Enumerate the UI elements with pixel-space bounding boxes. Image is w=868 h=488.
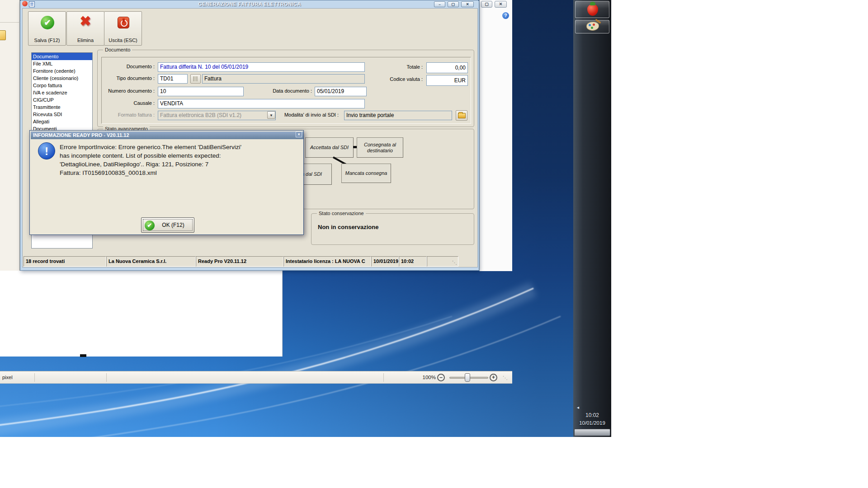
screen: ▢ ✕ ? pixel 100% – + ⋱ GENERAZIONE FATTU… [0, 0, 611, 437]
zoom-slider-thumb[interactable] [465, 373, 470, 382]
zoom-level: 100% [415, 375, 436, 380]
close-button[interactable]: ✕ [461, 1, 474, 7]
help-icon[interactable]: ? [502, 12, 509, 19]
background-window-right-edge: ▢ ✕ ? [479, 0, 512, 271]
save-button-label: Salva (F12) [28, 38, 66, 43]
statusbar-time: 10:02 [399, 256, 427, 267]
document-icon [0, 30, 6, 40]
statusbar-records: 18 record trovati [24, 256, 106, 267]
totale-label: Totale : [355, 64, 423, 70]
data-documento-field[interactable]: 05/01/2019 [315, 87, 367, 96]
resize-grip-icon[interactable]: ⋱ [452, 260, 457, 266]
delete-button[interactable]: ✖ Elimina [66, 11, 104, 46]
exit-button-label: Uscita (ESC) [104, 38, 142, 43]
codice-valuta-field[interactable]: EUR [426, 75, 468, 86]
viewer-status-pixel: pixel [2, 375, 13, 380]
statusbar-date: 10/01/2019 [371, 256, 399, 267]
dialog-message-line: has incomplete content. List of possible… [60, 152, 298, 159]
flow-box-mancata[interactable]: Mancata consegna [341, 164, 391, 183]
stato-conservazione-group-label: Stato conservazione [317, 211, 366, 216]
image-canvas [0, 271, 283, 357]
causale-field[interactable]: VENDITA [158, 99, 365, 108]
numero-documento-field[interactable]: 10 [158, 87, 244, 96]
modalita-invio-label: Modalita' di invio al SDI : [262, 112, 339, 117]
stato-conservazione-groupbox: Stato conservazione Non in conservazione [311, 213, 474, 245]
exit-button[interactable]: Uscita (ESC) [104, 11, 142, 46]
totale-field[interactable]: 0,00 [426, 62, 468, 73]
strawberry-icon [587, 4, 598, 16]
maximize-button[interactable]: ▢ [448, 1, 459, 7]
dialog-message-line: Fattura: IT01569100835_00018.xml [60, 169, 298, 176]
documento-field[interactable]: Fattura differita N. 10 del 05/01/2019 [158, 62, 365, 72]
codice-valuta-label: Codice valuta : [355, 76, 423, 82]
tipo-documento-code-field[interactable]: TD01 [158, 74, 188, 84]
check-circle-icon: ✔ [41, 16, 54, 29]
causale-label: Causale : [78, 100, 155, 106]
delete-button-label: Elimina [67, 38, 104, 43]
divider [0, 22, 20, 23]
red-x-icon: ✖ [67, 13, 104, 29]
zoom-in-button[interactable]: + [490, 374, 497, 381]
numero-documento-label: Numero documento : [78, 88, 155, 94]
notification-expander-icon[interactable]: ◂ [577, 405, 579, 410]
palette-icon [586, 22, 599, 31]
bg-close-button[interactable]: ✕ [495, 1, 507, 8]
formato-fattura-label: Formato fattura : [78, 112, 155, 117]
info-exclamation-icon: ! [38, 142, 55, 160]
app-titlebar[interactable]: GENERAZIONE FATTURA ELETTRONICA – ▢ ✕ [20, 0, 479, 8]
dialog-message-line: 'DettaglioLinee, DatiRiepilogo'.. Riga: … [60, 161, 298, 168]
flow-box-consegnata[interactable]: Consegnata al destinatario [357, 137, 403, 158]
dialog-close-button[interactable]: ✕ [296, 131, 302, 137]
check-circle-icon: ✔ [145, 221, 155, 230]
minimize-button[interactable]: – [434, 1, 445, 7]
save-button[interactable]: ✔ Salva (F12) [28, 11, 66, 46]
selection-handle[interactable] [80, 354, 86, 357]
clock-time[interactable]: 10:02 [573, 412, 611, 418]
viewer-statusbar: pixel 100% – + ⋱ [0, 371, 512, 384]
statusbar-company: La Nuova Ceramica S.r.l. [106, 256, 196, 267]
divider [106, 373, 107, 382]
statusbar-version: Ready Pro V20.11.12 [196, 256, 283, 267]
divider [34, 373, 35, 382]
documento-label: Documento : [78, 64, 155, 69]
show-desktop-button[interactable] [574, 429, 610, 436]
folder-icon [458, 113, 466, 118]
data-documento-label: Data documento : [235, 88, 312, 94]
taskbar: ◂ 10:02 10/01/2019 [573, 0, 611, 437]
divider [383, 373, 384, 382]
taskbar-button-viewer[interactable] [575, 1, 609, 18]
error-dialog: INFORMAZIONE READY PRO - V20.11.12 ✕ ! E… [29, 130, 304, 235]
zoom-out-button[interactable]: – [437, 374, 445, 381]
power-icon [118, 17, 129, 28]
bg-maximize-button[interactable]: ▢ [481, 1, 492, 8]
stato-conservazione-value: Non in conservazione [318, 224, 378, 230]
app-statusbar: 18 record trovati La Nuova Ceramica S.r.… [24, 256, 458, 267]
lookup-icon [193, 76, 198, 81]
tipo-documento-label: Tipo documento : [78, 75, 155, 81]
list-item-allegati[interactable]: Allegati [32, 118, 92, 125]
ok-button[interactable]: ✔ OK (F12) [141, 217, 194, 233]
window-title: GENERAZIONE FATTURA ELETTRONICA [20, 1, 479, 7]
resize-grip-icon[interactable]: ⋱ [503, 375, 508, 381]
taskbar-button-paint[interactable] [575, 20, 609, 33]
tipo-documento-desc-field: Fattura [202, 74, 365, 84]
modalita-invio-browse-button[interactable] [456, 110, 467, 121]
ok-button-label: OK (F12) [154, 222, 192, 228]
flow-box-accettata[interactable]: Accettata dal SDI [305, 137, 354, 158]
statusbar-grip-panel: ⋱ [427, 256, 458, 267]
statusbar-license: Intestatario licenza : LA NUOVA C [283, 256, 371, 267]
dialog-message-line: Errore ImportInvoice: Errore generico.Th… [60, 144, 298, 150]
background-window-left-edge [0, 0, 20, 271]
documento-group-label: Documento [103, 47, 132, 52]
formato-fattura-dropdown[interactable]: Fattura elettronica B2B (SDI v1.2) [158, 111, 276, 120]
tipo-documento-lookup-button[interactable] [190, 74, 201, 84]
dialog-titlebar[interactable]: INFORMAZIONE READY PRO - V20.11.12 [31, 131, 303, 139]
list-item-documento[interactable]: Documento [32, 53, 92, 60]
modalita-invio-field: Invio tramite portale [344, 111, 452, 120]
clock-date[interactable]: 10/01/2019 [573, 420, 611, 426]
